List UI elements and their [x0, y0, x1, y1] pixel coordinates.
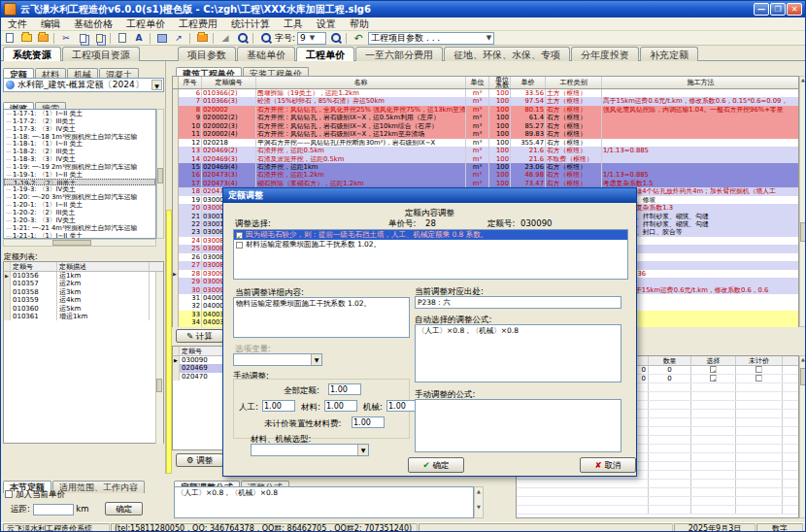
unpriced-checkbox[interactable]	[756, 366, 762, 373]
list-vertical-scrollbar[interactable]	[155, 272, 163, 444]
tab-征地、环保、水保、专项[interactable]: 征地、环保、水保、专项	[444, 47, 570, 61]
all-quota-input[interactable]	[328, 383, 361, 395]
menu-item-设置[interactable]: 设置	[310, 17, 343, 31]
detail-textarea[interactable]: 物料运输定额乘坝面施工干扰系数 1.02。	[233, 297, 410, 338]
tree-item[interactable]: 1-17-3: 〈3〉IV类土	[4, 125, 155, 133]
list-item[interactable]: 010361增运1km	[4, 313, 163, 320]
tree-item[interactable]: 1-17-1: 〈1〉I~II 类土	[4, 110, 155, 117]
formula-textarea[interactable]: 〈人工〉×0.8，〈机械〉×0.8	[174, 486, 474, 518]
table-vertical-scrollbar[interactable]: ▲	[799, 76, 806, 327]
table-icon[interactable]	[154, 32, 170, 45]
join-checkbox[interactable]	[5, 490, 13, 498]
tree-item[interactable]: 1-20-3: 〈3〉IV类土	[4, 216, 155, 224]
row-indicator: ▶	[173, 356, 180, 364]
tab-工程单价[interactable]: 工程单价	[296, 47, 354, 61]
detail-vertical-scrollbar[interactable]: ▲	[799, 355, 806, 518]
tree-item[interactable]: 1-20: 一-20 3m³挖掘机挖土自卸汽车运输	[4, 193, 155, 201]
material-input[interactable]	[324, 400, 357, 412]
tree-item[interactable]: 1-19: 一-19 2m³挖掘机挖土自卸汽车运输	[4, 163, 155, 171]
tree-item[interactable]: 1-18-3: 〈3〉IV类土	[4, 155, 155, 163]
tree-item[interactable]: 1-19-3: 〈3〉IV类土	[4, 185, 155, 193]
table-row[interactable]: 10020002(3)石方开挖：风钻钻孔，岩石级别IX~X，运10km综合（右岸…	[173, 122, 798, 130]
menu-item-编辑[interactable]: 编辑	[34, 17, 67, 31]
tree-item[interactable]: 1-18-2: 〈2〉III类土	[4, 148, 155, 155]
source-field[interactable]: P238：六	[415, 296, 621, 309]
tree-item[interactable]: 1-20-2: 〈2〉III类土	[4, 209, 155, 216]
tree-item[interactable]: 1-19-1: 〈1〉I~II 类土	[4, 171, 155, 179]
dialog-title-bar[interactable]: 定额调整	[223, 188, 636, 203]
menu-item-文件[interactable]: 文件	[1, 17, 34, 31]
distance-input[interactable]	[33, 504, 74, 515]
tree-vertical-scrollbar[interactable]	[156, 109, 164, 239]
menu-item-统计计算[interactable]: 统计计算	[224, 17, 277, 31]
table-row[interactable]: 7010366(3)砼渣（15%砂卵石，85%石渣）弃运50kmm³10097.…	[173, 97, 798, 105]
tree-item[interactable]: 1-18: 一-18 1m³挖掘机挖土自卸汽车运输	[4, 133, 155, 141]
machine-input[interactable]	[386, 400, 416, 412]
menu-item-帮助[interactable]: 帮助	[343, 17, 376, 31]
unpriced-checkbox[interactable]	[756, 375, 762, 382]
tree-item[interactable]: 1-17-2: 〈2〉III类土	[4, 117, 155, 125]
table-row[interactable]: 13020469(2)石渣开挖，运距0.5kmm³10021.6石方（枢纽）1/…	[173, 147, 798, 154]
distance-row: 运距: km 确定	[11, 502, 143, 515]
table-row[interactable]: 6010366(2)围堰拆除（19类土），运距1.2kmm³10033.56土方…	[173, 89, 798, 97]
tree-item[interactable]: 1-21-1: 〈1〉I~II 类土	[4, 232, 155, 240]
checkbox-icon[interactable]	[236, 242, 243, 249]
tree-horizontal-scrollbar[interactable]	[3, 239, 156, 247]
tab-项目参数[interactable]: 项目参数	[178, 47, 236, 61]
menu-item-工具[interactable]: 工具	[277, 17, 310, 31]
close-button[interactable]: ✕	[787, 3, 802, 16]
tab-适用范围、工作内容[interactable]: 适用范围、工作内容	[52, 481, 145, 493]
menu-item-工程单价[interactable]: 工程单价	[119, 17, 172, 31]
quota-library-combo[interactable]: 水利部_建筑-概算定额〔2024〕 ▼	[3, 78, 164, 92]
detail-row-empty	[517, 506, 798, 515]
menu-item-基础价格[interactable]: 基础价格	[67, 17, 119, 31]
material-label: 材料:	[301, 402, 320, 414]
adjust-button[interactable]: ⚙ 调整	[176, 453, 223, 467]
option-var-combo[interactable]: ▼	[233, 353, 322, 366]
table-row[interactable]: 8020002石方开挖：风钻钻孔，全风化开挖25% 强风化开挖75%，运13km…	[173, 106, 798, 114]
list-item[interactable]: 010360运5km	[4, 305, 163, 313]
unpriced-input[interactable]	[352, 416, 385, 428]
select-checkbox[interactable]: ✓	[710, 375, 717, 382]
left-tab-strip: 系统资源工程项目资源	[3, 43, 141, 61]
tab-基础单价[interactable]: 基础单价	[237, 47, 295, 61]
tree-item[interactable]: 1-19-2: 〈2〉III类土	[4, 179, 155, 186]
table-row[interactable]: 17020473(4)砌石拆除（浆砌石方），运距1.2kmm³10073.47石…	[173, 180, 798, 187]
table-row[interactable]: 12020218平洞石方开挖——风钻钻孔(开挖断面30m²)，岩石级别IX~Xm…	[173, 139, 798, 147]
maximize-button[interactable]: ❐	[770, 3, 786, 16]
formula-scrollbar[interactable]: ▲▼	[474, 486, 484, 518]
cancel-button[interactable]: ✘取消	[580, 457, 636, 473]
labor-input[interactable]	[262, 400, 295, 412]
auto-formula-box[interactable]: 〈人工〉×0.8，〈机械〉×0.8	[415, 324, 621, 382]
list-item[interactable]: 010359运4km	[4, 296, 163, 304]
tree-item[interactable]: 1-18-1: 〈1〉I~II 类土	[4, 140, 155, 148]
table-row[interactable]: 9020002(2)石方开挖：风钻钻孔，岩石级别IX~X，运0.5km利用（左岸…	[173, 114, 798, 121]
ok-button[interactable]: ✔确定	[408, 457, 464, 473]
tree-item[interactable]: 1-21: 一-21 4m³挖掘机挖土自卸汽车运输	[4, 224, 155, 232]
calc-button[interactable]: ✎ 计算	[176, 329, 223, 343]
tab-工程项目资源[interactable]: 工程项目资源	[62, 47, 140, 61]
table-row[interactable]: 15020469(4)石渣开挖，运距1kmm³10023.06石方（枢纽）	[173, 163, 798, 171]
tab-系统资源[interactable]: 系统资源	[3, 47, 61, 61]
table-row[interactable]: 16020473(3)石渣开挖，运距1.2kmm³10048.98石方（枢纽）1…	[173, 171, 798, 179]
menu-item-工程费用[interactable]: 工程费用	[172, 17, 224, 31]
tab-分年度投资[interactable]: 分年度投资	[571, 47, 639, 61]
checkbox-icon[interactable]: ✓	[236, 232, 243, 239]
adjust-option[interactable]: ✓因为砌毛石较少，则：提前一级毛石挡土墙，人工、机械定额乘 0.8 系数。	[234, 230, 627, 240]
tab-补充定额[interactable]: 补充定额	[640, 47, 698, 61]
minimize-button[interactable]: —	[754, 3, 769, 16]
tree-item[interactable]: 1-20-1: 〈1〉I~II 类土	[4, 201, 155, 209]
select-checkbox[interactable]: ✓	[710, 366, 717, 373]
table-row[interactable]: 14020469(3)石渣及淤泥开挖，运距0.5kmm³10021.6不取费（枢…	[173, 155, 798, 163]
list-item[interactable]: 010358运3km	[4, 288, 163, 296]
adjust-option[interactable]: 材料运输定额乘坝面施工干扰系数 1.02。	[234, 240, 627, 249]
tab-一至六部分费用[interactable]: 一至六部分费用	[355, 47, 443, 61]
view-tab-strip: 浏览搜索	[3, 96, 67, 109]
distance-confirm-button[interactable]: 确定	[105, 502, 143, 515]
list-item[interactable]: 010357运2km	[4, 280, 163, 287]
select-type-combo[interactable]: ▼	[251, 444, 369, 456]
list-item[interactable]: ▶010356运1km	[4, 272, 163, 280]
title-bar[interactable]: 云飞澋水利工程造价v6.0.0(s1)橙色版 - C:\zgh\工程\XXX水库…	[1, 1, 805, 17]
manual-formula-box[interactable]	[415, 399, 621, 452]
table-row[interactable]: 11020002(4)石方开挖：风钻钻孔，岩石级别IX~X，运12km至弃渣场m…	[173, 130, 798, 138]
